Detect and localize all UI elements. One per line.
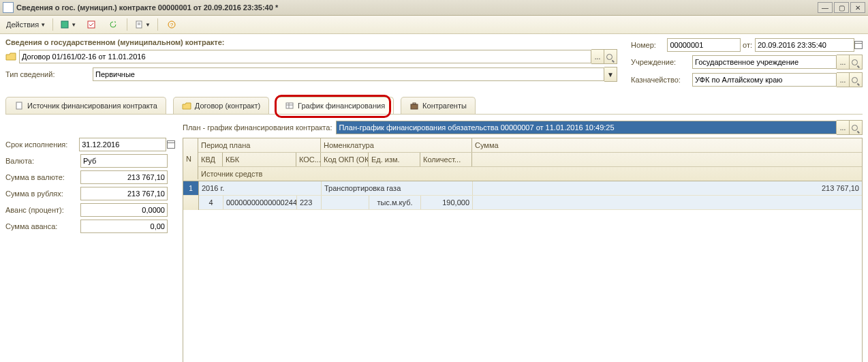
header-unit[interactable]: Ед. изм. <box>369 153 420 166</box>
cell-blank[interactable] <box>473 196 862 209</box>
advance-pct-input[interactable] <box>80 203 168 217</box>
grid-header: N Период плана Номенклатура Сумма КВД КБ… <box>183 138 862 181</box>
sum-currency-input[interactable] <box>80 170 168 184</box>
tab-counterparties[interactable]: Контрагенты <box>401 97 476 114</box>
number-input[interactable] <box>667 38 741 52</box>
plan-search-button[interactable] <box>850 120 863 135</box>
window-titlebar: Сведения о гос. (муницип.) контракте 000… <box>0 0 868 16</box>
currency-input[interactable] <box>80 154 168 168</box>
header-kos[interactable]: КОС... <box>296 153 321 166</box>
tab-financing-source[interactable]: Источник финансирования контракта <box>5 97 166 114</box>
search-icon <box>852 76 860 84</box>
treasury-input[interactable] <box>692 73 837 87</box>
header-sum-sub <box>472 153 862 166</box>
advance-sum-input[interactable] <box>80 220 168 233</box>
chevron-down-icon: ▼ <box>71 22 76 28</box>
cell-unit[interactable]: тыс.м.куб. <box>369 196 421 209</box>
actions-menu-button[interactable]: Действия ▼ <box>3 17 49 32</box>
cell-period[interactable]: 2016 г. <box>199 181 322 195</box>
from-label: от: <box>741 41 752 49</box>
org-search-button[interactable] <box>850 55 863 70</box>
svg-rect-8 <box>286 103 293 108</box>
due-input[interactable] <box>79 138 166 151</box>
type-input[interactable] <box>93 67 604 81</box>
org-select-button[interactable]: ... <box>837 55 850 70</box>
window-title: Сведения о гос. (муницип.) контракте 000… <box>16 3 816 12</box>
search-icon <box>606 53 615 61</box>
tab-contract[interactable]: Договор (контракт) <box>173 97 269 114</box>
contract-input[interactable] <box>19 50 591 63</box>
treasury-select-button[interactable]: ... <box>837 72 850 87</box>
date-input[interactable] <box>755 38 854 52</box>
contract-search-button[interactable] <box>604 49 617 64</box>
due-label: Срок исполнения: <box>5 140 79 149</box>
type-dropdown-button[interactable]: ▼ <box>604 67 617 82</box>
toolbar: Действия ▼ ▼ ▼ ? <box>0 16 868 34</box>
refresh-button[interactable] <box>103 17 123 32</box>
advance-pct-label: Аванс (процент): <box>5 206 80 214</box>
cell-nomenclature[interactable]: Транспортировка газа <box>322 181 473 195</box>
plan-select-button[interactable]: ... <box>837 120 850 135</box>
header-kbk[interactable]: КБК <box>223 153 296 166</box>
header-qty[interactable]: Количест... <box>420 153 472 166</box>
cell-sum[interactable]: 213 767,10 <box>473 181 862 195</box>
due-date-picker-button[interactable] <box>166 140 176 149</box>
svg-rect-0 <box>61 21 68 28</box>
header-source[interactable]: Источник средств <box>198 167 530 181</box>
org-input[interactable] <box>692 55 837 69</box>
tab-bar: Источник финансирования контракта Догово… <box>5 97 863 115</box>
cell-okp[interactable] <box>322 196 369 209</box>
folder-icon <box>5 52 16 61</box>
treasury-search-button[interactable] <box>850 72 863 87</box>
save-button[interactable]: ▼ <box>57 17 80 32</box>
header-period[interactable]: Период плана <box>198 138 321 152</box>
cell-qty[interactable]: 190,000 <box>421 196 473 209</box>
toolbar-separator <box>157 18 158 31</box>
table-row[interactable]: 4 00000000000000244 223 тыс.м.куб. 190,0… <box>199 196 862 210</box>
header-blank <box>530 167 862 181</box>
header-sum[interactable]: Сумма <box>472 138 862 152</box>
sum-rub-label: Сумма в рублях: <box>5 190 80 198</box>
row-number[interactable]: 1 <box>183 181 198 196</box>
settings-button[interactable]: ▼ <box>131 17 154 32</box>
calendar-icon <box>167 140 175 149</box>
svg-rect-12 <box>413 103 416 104</box>
cell-kbk[interactable]: 00000000000000244 <box>223 196 297 209</box>
grid-icon <box>285 101 294 110</box>
tab-financing-schedule[interactable]: График финансирования <box>276 97 394 114</box>
document-icon <box>14 101 24 110</box>
svg-rect-7 <box>16 102 22 109</box>
actions-label: Действия <box>6 20 39 29</box>
financing-grid[interactable]: N Период плана Номенклатура Сумма КВД КБ… <box>183 138 863 362</box>
cell-kvd[interactable]: 4 <box>199 196 223 209</box>
tab-label: Источник финансирования контракта <box>27 102 157 110</box>
search-icon <box>852 59 860 66</box>
search-icon <box>852 124 860 132</box>
contract-lookup: ... <box>5 49 617 64</box>
maximize-button[interactable]: ▢ <box>834 2 849 13</box>
svg-rect-1 <box>88 21 95 28</box>
chevron-down-icon: ▼ <box>145 22 151 28</box>
treasury-label: Казначейство: <box>631 76 692 84</box>
sum-rub-input[interactable] <box>80 187 168 200</box>
cell-kos[interactable]: 223 <box>297 196 322 209</box>
header-kvd[interactable]: КВД <box>198 153 223 166</box>
number-label: Номер: <box>631 41 667 49</box>
header-okp[interactable]: Код ОКП (ОКДП, ... <box>321 153 369 166</box>
header-n[interactable]: N <box>183 138 198 179</box>
table-row[interactable]: 2016 г. Транспортировка газа 213 767,10 <box>199 181 862 196</box>
sum-currency-label: Сумма в валюте: <box>5 173 80 181</box>
type-lookup: ▼ <box>93 67 617 82</box>
currency-label: Валюта: <box>5 157 80 165</box>
header-nomenclature[interactable]: Номенклатура <box>321 138 472 152</box>
plan-input[interactable] <box>336 121 837 134</box>
svg-text:?: ? <box>170 22 174 28</box>
help-button[interactable]: ? <box>161 17 182 32</box>
post-button[interactable] <box>81 17 102 32</box>
contract-select-button[interactable]: ... <box>591 49 604 64</box>
close-button[interactable]: ✕ <box>850 2 865 13</box>
type-label: Тип сведений: <box>5 70 93 78</box>
minimize-button[interactable]: — <box>818 2 833 13</box>
folder-icon <box>182 101 191 110</box>
date-picker-button[interactable] <box>854 41 863 49</box>
